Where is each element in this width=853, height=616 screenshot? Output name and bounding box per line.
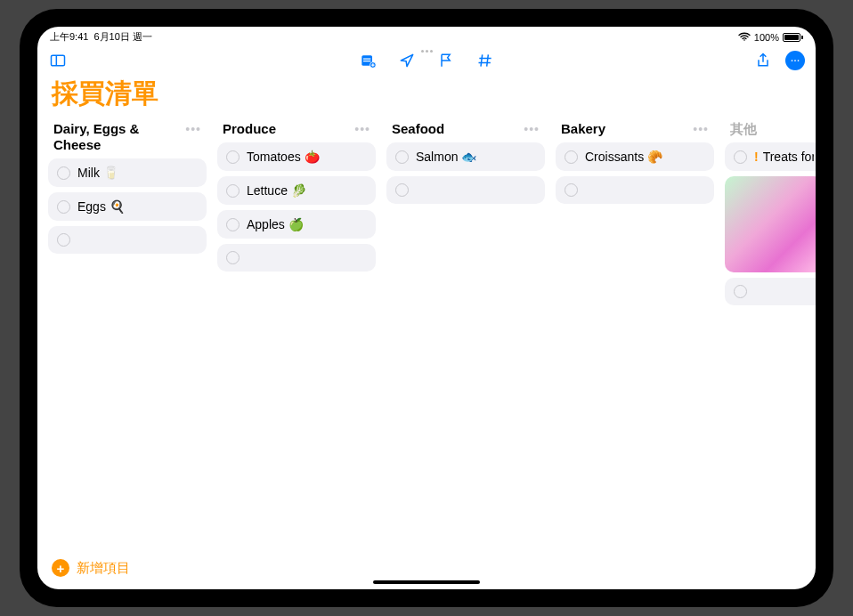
home-indicator[interactable] <box>373 580 480 584</box>
column-title[interactable]: Bakery <box>561 121 605 137</box>
list-item-empty[interactable] <box>386 176 545 204</box>
more-icon[interactable] <box>785 51 805 70</box>
status-date: 6月10日 週一 <box>93 30 151 44</box>
column-seafood: Seafood ••• Salmon 🐟 <box>386 121 545 550</box>
svg-line-10 <box>487 54 489 66</box>
list-item-empty[interactable] <box>217 244 376 272</box>
status-time: 上午9:41 <box>50 30 88 44</box>
svg-point-15 <box>798 60 800 61</box>
plus-icon: + <box>52 559 69 577</box>
svg-point-0 <box>743 39 745 41</box>
columns-container[interactable]: Dairy, Eggs & Cheese ••• Milk 🥛 Eggs 🍳 P… <box>37 121 816 550</box>
column-dairy: Dairy, Eggs & Cheese ••• Milk 🥛 Eggs 🍳 <box>48 121 207 550</box>
sidebar-toggle-icon[interactable] <box>48 51 68 70</box>
column-more-icon[interactable]: ••• <box>354 121 370 135</box>
wifi-icon <box>738 32 751 43</box>
svg-point-13 <box>792 60 793 61</box>
location-icon[interactable] <box>397 51 417 70</box>
toolbar <box>37 45 816 74</box>
list-item-empty[interactable] <box>725 278 816 305</box>
tag-icon[interactable] <box>475 51 495 70</box>
check-circle[interactable] <box>226 218 240 231</box>
check-circle[interactable] <box>226 150 240 164</box>
column-more-icon[interactable]: ••• <box>524 121 540 135</box>
svg-rect-1 <box>52 55 65 66</box>
column-title[interactable]: Produce <box>223 121 276 137</box>
list-item-empty[interactable] <box>48 226 207 254</box>
calendar-icon[interactable] <box>358 51 378 70</box>
check-circle[interactable] <box>565 183 578 197</box>
list-item[interactable]: Eggs 🍳 <box>48 192 207 221</box>
column-title[interactable]: Seafood <box>392 121 444 137</box>
share-icon[interactable] <box>753 51 773 70</box>
list-item-empty[interactable] <box>556 176 714 204</box>
list-item[interactable]: Salmon 🐟 <box>386 142 545 171</box>
list-title: 採買清單 <box>37 74 816 121</box>
check-circle[interactable] <box>57 166 70 180</box>
battery-pct: 100% <box>754 32 779 43</box>
svg-rect-5 <box>363 61 370 61</box>
check-circle[interactable] <box>226 251 240 264</box>
check-circle[interactable] <box>395 183 409 197</box>
list-item[interactable]: !Treats for t <box>725 142 816 171</box>
status-bar: 上午9:41 6月10日 週一 100% <box>37 27 816 45</box>
check-circle[interactable] <box>57 200 70 214</box>
priority-icon: ! <box>754 150 759 164</box>
column-more-icon[interactable]: ••• <box>185 121 201 135</box>
list-item[interactable]: Apples 🍏 <box>217 210 376 239</box>
screen: 上午9:41 6月10日 週一 100% <box>37 27 816 589</box>
list-item[interactable]: Croissants 🥐 <box>556 142 714 171</box>
reminder-image[interactable] <box>725 176 816 272</box>
check-circle[interactable] <box>734 150 747 164</box>
check-circle[interactable] <box>565 150 578 164</box>
column-other: 其他 !Treats for t <box>725 121 816 550</box>
column-produce: Produce ••• Tomatoes 🍅 Lettuce 🥬 Apples … <box>217 121 376 550</box>
svg-point-14 <box>794 60 796 61</box>
column-bakery: Bakery ••• Croissants 🥐 <box>556 121 714 550</box>
svg-line-9 <box>481 54 483 66</box>
column-title[interactable]: 其他 <box>730 121 757 137</box>
flag-icon[interactable] <box>436 51 456 70</box>
list-item[interactable]: Milk 🥛 <box>48 158 207 187</box>
column-more-icon[interactable]: ••• <box>693 121 709 135</box>
check-circle[interactable] <box>395 150 409 164</box>
list-item[interactable]: Tomatoes 🍅 <box>217 142 376 171</box>
check-circle[interactable] <box>226 184 240 198</box>
column-title[interactable]: Dairy, Eggs & Cheese <box>53 121 185 153</box>
battery-icon <box>783 33 803 42</box>
check-circle[interactable] <box>734 285 747 298</box>
ipad-frame: 上午9:41 6月10日 週一 100% <box>20 9 833 607</box>
svg-rect-4 <box>363 59 370 60</box>
check-circle[interactable] <box>57 233 70 247</box>
list-item[interactable]: Lettuce 🥬 <box>217 176 376 205</box>
